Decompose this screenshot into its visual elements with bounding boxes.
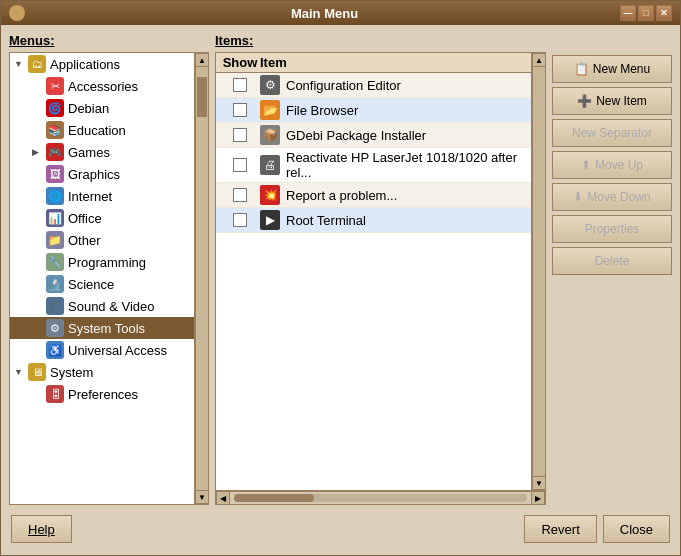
move-down-label: Move Down [587, 190, 650, 204]
menus-vscrollbar[interactable]: ▲ ▼ [195, 52, 209, 505]
close-button[interactable]: Close [603, 515, 670, 543]
tree-icon-preferences: 🎛 [46, 385, 64, 403]
menus-tree[interactable]: ▼🗂Applications✂Accessories🌀Debian📚Educat… [9, 52, 195, 505]
revert-button[interactable]: Revert [524, 515, 596, 543]
items-hscroll-left-btn[interactable]: ◀ [216, 491, 230, 505]
tree-icon-systemtools: ⚙ [46, 319, 64, 337]
tree-item-accessories[interactable]: ✂Accessories [10, 75, 194, 97]
menus-tree-container: ▼🗂Applications✂Accessories🌀Debian📚Educat… [9, 52, 209, 505]
middle-panel: Items: Show Item ⚙Configuration Editor📂F… [215, 33, 546, 505]
items-scroll-down-btn[interactable]: ▼ [532, 476, 546, 490]
tree-icon-science: 🔬 [46, 275, 64, 293]
tree-item-soundvideo[interactable]: 🎵Sound & Video [10, 295, 194, 317]
scroll-thumb[interactable] [197, 77, 207, 117]
items-container[interactable]: Show Item ⚙Configuration Editor📂File Bro… [215, 52, 532, 491]
items-and-scroll: Show Item ⚙Configuration Editor📂File Bro… [215, 52, 546, 505]
row-text-hp-reactivate: Reactivate HP LaserJet 1018/1020 after r… [286, 150, 527, 180]
tree-icon-education: 📚 [46, 121, 64, 139]
row-icon-file-browser: 📂 [260, 100, 280, 120]
col-item-header: Item [260, 55, 527, 70]
tree-text-accessories: Accessories [68, 79, 138, 94]
new-item-icon: ➕ [577, 94, 592, 108]
row-icon-hp-reactivate: 🖨 [260, 155, 280, 175]
items-header: Show Item [216, 53, 531, 73]
items-row-file-browser[interactable]: 📂File Browser [216, 98, 531, 123]
tree-item-other[interactable]: 📁Other [10, 229, 194, 251]
items-scroll-track [533, 67, 545, 476]
tree-icon-office: 📊 [46, 209, 64, 227]
checkbox-report-problem[interactable] [233, 188, 247, 202]
tree-icon-graphics: 🖼 [46, 165, 64, 183]
tree-item-applications[interactable]: ▼🗂Applications [10, 53, 194, 75]
items-scroll-up-btn[interactable]: ▲ [532, 53, 546, 67]
left-panel: Menus: ▼🗂Applications✂Accessories🌀Debian… [9, 33, 209, 505]
tree-item-games[interactable]: ▶🎮Games [10, 141, 194, 163]
delete-button: Delete [552, 247, 672, 275]
items-row-root-terminal[interactable]: ▶Root Terminal [216, 208, 531, 233]
row-text-config-editor: Configuration Editor [286, 78, 401, 93]
main-window: Main Menu — □ ✕ Menus: ▼🗂Applications✂Ac… [0, 0, 681, 556]
tree-text-other: Other [68, 233, 101, 248]
tree-text-education: Education [68, 123, 126, 138]
tree-icon-universalaccess: ♿ [46, 341, 64, 359]
help-button[interactable]: Help [11, 515, 72, 543]
tree-text-system: System [50, 365, 93, 380]
close-window-button[interactable]: ✕ [656, 5, 672, 21]
items-hscrollbar[interactable]: ◀ ▶ [215, 491, 546, 505]
tree-arrow-games: ▶ [32, 147, 46, 157]
new-item-button[interactable]: ➕New Item [552, 87, 672, 115]
items-vscrollbar[interactable]: ▲ ▼ [532, 52, 546, 491]
move-up-label: Move Up [595, 158, 643, 172]
tree-icon-debian: 🌀 [46, 99, 64, 117]
scroll-track [196, 67, 208, 490]
tree-item-office[interactable]: 📊Office [10, 207, 194, 229]
tree-item-systemtools[interactable]: ⚙System Tools [10, 317, 194, 339]
items-row-config-editor[interactable]: ⚙Configuration Editor [216, 73, 531, 98]
tree-text-science: Science [68, 277, 114, 292]
checkbox-config-editor[interactable] [233, 78, 247, 92]
tree-arrow-system: ▼ [14, 367, 28, 377]
tree-item-debian[interactable]: 🌀Debian [10, 97, 194, 119]
maximize-button[interactable]: □ [638, 5, 654, 21]
tree-item-graphics[interactable]: 🖼Graphics [10, 163, 194, 185]
tree-icon-applications: 🗂 [28, 55, 46, 73]
tree-item-programming[interactable]: 🔧Programming [10, 251, 194, 273]
titlebar: Main Menu — □ ✕ [1, 1, 680, 25]
new-separator-button: New Separator [552, 119, 672, 147]
items-hscroll-thumb[interactable] [234, 494, 314, 502]
items-row-report-problem[interactable]: 💥Report a problem... [216, 183, 531, 208]
tree-icon-internet: 🌐 [46, 187, 64, 205]
scroll-down-btn[interactable]: ▼ [195, 490, 209, 504]
minimize-button[interactable]: — [620, 5, 636, 21]
items-hscroll-right-btn[interactable]: ▶ [531, 491, 545, 505]
checkbox-root-terminal[interactable] [233, 213, 247, 227]
checkbox-gdebi[interactable] [233, 128, 247, 142]
tree-item-universalaccess[interactable]: ♿Universal Access [10, 339, 194, 361]
new-item-label: New Item [596, 94, 647, 108]
tree-item-system[interactable]: ▼🖥System [10, 361, 194, 383]
scroll-up-btn[interactable]: ▲ [195, 53, 209, 67]
tree-item-internet[interactable]: 🌐Internet [10, 185, 194, 207]
checkbox-file-browser[interactable] [233, 103, 247, 117]
new-menu-icon: 📋 [574, 62, 589, 76]
tree-item-education[interactable]: 📚Education [10, 119, 194, 141]
move-down-button: ⬇Move Down [552, 183, 672, 211]
tree-item-science[interactable]: 🔬Science [10, 273, 194, 295]
bottom-right-buttons: Revert Close [524, 515, 670, 543]
items-row-gdebi[interactable]: 📦GDebi Package Installer [216, 123, 531, 148]
move-up-icon: ⬆ [581, 158, 591, 172]
checkbox-hp-reactivate[interactable] [233, 158, 247, 172]
titlebar-icon [9, 5, 25, 21]
row-text-report-problem: Report a problem... [286, 188, 397, 203]
tree-text-office: Office [68, 211, 102, 226]
row-icon-gdebi: 📦 [260, 125, 280, 145]
row-text-root-terminal: Root Terminal [286, 213, 366, 228]
delete-label: Delete [595, 254, 630, 268]
move-up-button: ⬆Move Up [552, 151, 672, 179]
new-menu-button[interactable]: 📋New Menu [552, 55, 672, 83]
tree-icon-soundvideo: 🎵 [46, 297, 64, 315]
row-icon-config-editor: ⚙ [260, 75, 280, 95]
tree-text-preferences: Preferences [68, 387, 138, 402]
tree-item-preferences[interactable]: 🎛Preferences [10, 383, 194, 405]
items-row-hp-reactivate[interactable]: 🖨Reactivate HP LaserJet 1018/1020 after … [216, 148, 531, 183]
